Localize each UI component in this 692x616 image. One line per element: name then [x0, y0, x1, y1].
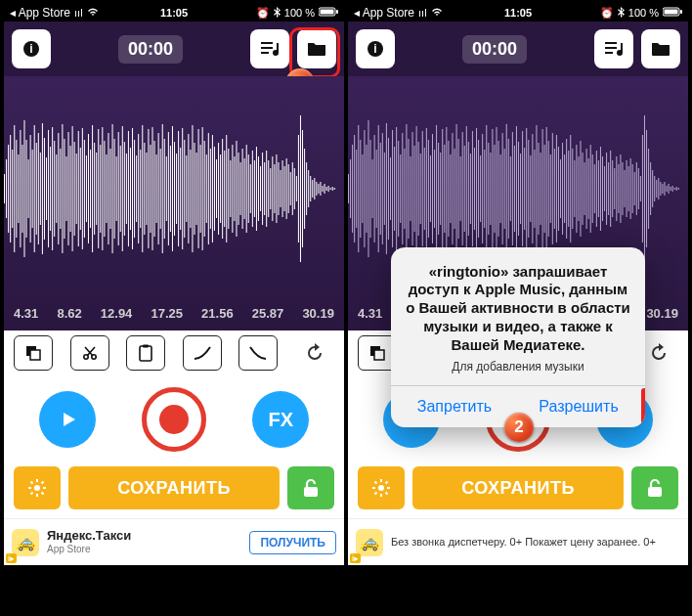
svg-rect-38 — [60, 149, 61, 229]
svg-rect-77 — [138, 134, 139, 243]
svg-rect-76 — [136, 155, 137, 222]
fx-button[interactable]: FX — [252, 391, 309, 448]
svg-rect-31 — [46, 157, 47, 220]
svg-rect-113 — [210, 149, 211, 229]
svg-rect-261 — [482, 134, 483, 243]
svg-rect-190 — [605, 47, 617, 49]
timer-display: 00:00 — [118, 35, 183, 64]
back-to-appstore[interactable]: ◂ App Store — [354, 6, 414, 20]
svg-rect-49 — [82, 128, 83, 249]
svg-rect-263 — [486, 125, 487, 252]
svg-point-366 — [378, 485, 384, 491]
copy-button[interactable] — [14, 335, 53, 371]
info-button[interactable]: i — [12, 29, 51, 68]
svg-rect-318 — [596, 151, 597, 227]
svg-rect-299 — [558, 147, 559, 231]
playlist-button[interactable] — [594, 29, 633, 68]
svg-rect-48 — [80, 148, 81, 230]
svg-rect-66 — [116, 156, 117, 221]
svg-rect-344 — [648, 149, 649, 229]
tick: 4.31 — [358, 306, 382, 321]
svg-rect-172 — [328, 186, 329, 192]
svg-rect-47 — [78, 131, 79, 246]
svg-rect-283 — [526, 128, 527, 249]
svg-rect-148 — [280, 170, 281, 207]
ad-app-icon: 🚕 — [12, 529, 39, 556]
save-button[interactable]: СОХРАНИТЬ — [68, 466, 280, 509]
svg-rect-267 — [494, 145, 495, 233]
adchoices-icon[interactable]: i▸ — [350, 553, 361, 563]
svg-rect-254 — [468, 142, 469, 236]
svg-rect-303 — [566, 139, 567, 239]
ad-banner[interactable]: 🚕 Яндекс.Такси App Store ПОЛУЧИТЬ i▸ — [4, 518, 344, 565]
save-button[interactable]: СОХРАНИТЬ — [412, 466, 624, 509]
svg-rect-119 — [222, 139, 223, 239]
svg-rect-21 — [26, 140, 27, 238]
svg-rect-94 — [172, 126, 173, 251]
svg-rect-1 — [321, 10, 334, 15]
svg-rect-284 — [528, 140, 529, 238]
svg-rect-197 — [354, 135, 355, 242]
record-button[interactable] — [142, 387, 206, 452]
svg-rect-110 — [204, 141, 205, 237]
waveform-area[interactable]: 4.31 8.62 12.94 17.25 21.56 25.87 30.19 — [4, 76, 344, 330]
settings-button[interactable] — [14, 466, 61, 509]
ad-cta-button[interactable]: ПОЛУЧИТЬ — [249, 531, 336, 554]
info-button[interactable]: i — [356, 29, 395, 68]
waveform-canvas[interactable] — [4, 76, 344, 300]
unlock-button[interactable] — [287, 466, 334, 509]
svg-rect-357 — [674, 188, 675, 190]
back-to-appstore[interactable]: ◂ App Store — [10, 6, 70, 20]
svg-rect-274 — [508, 139, 509, 239]
alarm-icon: ⏰ — [600, 7, 614, 20]
svg-rect-327 — [614, 168, 615, 209]
svg-rect-177 — [30, 350, 40, 360]
dialog-allow-button[interactable]: Разрешить — [518, 386, 639, 427]
signal-icon: ııl — [74, 7, 83, 19]
svg-rect-53 — [90, 150, 91, 228]
playlist-button[interactable] — [250, 29, 289, 68]
svg-rect-92 — [168, 132, 169, 245]
svg-rect-167 — [318, 184, 319, 194]
svg-rect-23 — [30, 135, 31, 242]
unlock-button[interactable] — [631, 466, 678, 509]
svg-rect-97 — [178, 131, 179, 246]
svg-rect-316 — [592, 154, 593, 223]
ad-banner[interactable]: 🚕 Без звонка диспетчеру. 0+ Покажет цену… — [348, 518, 688, 565]
svg-rect-287 — [534, 150, 535, 228]
time-ticks: 4.31 8.62 12.94 17.25 21.56 25.87 30.19 — [4, 300, 344, 330]
svg-rect-256 — [472, 131, 473, 246]
settings-button[interactable] — [358, 466, 405, 509]
svg-rect-306 — [572, 149, 573, 229]
svg-rect-343 — [646, 130, 647, 247]
top-toolbar: i 00:00 — [4, 22, 344, 76]
cut-button[interactable] — [70, 335, 109, 371]
svg-rect-186 — [680, 10, 682, 14]
svg-rect-359 — [678, 188, 679, 190]
svg-rect-238 — [436, 125, 437, 252]
svg-rect-152 — [288, 164, 289, 213]
fade-in-button[interactable] — [183, 335, 222, 371]
adchoices-icon[interactable]: i▸ — [6, 553, 17, 563]
svg-rect-290 — [541, 153, 541, 225]
svg-rect-269 — [498, 141, 499, 237]
folder-button[interactable] — [297, 29, 336, 68]
battery-icon — [319, 7, 338, 19]
undo-button[interactable] — [295, 335, 334, 371]
dialog-deny-button[interactable]: Запретить — [391, 386, 518, 427]
svg-rect-174 — [332, 187, 333, 191]
svg-rect-82 — [148, 129, 149, 248]
svg-rect-249 — [458, 139, 459, 239]
svg-rect-341 — [642, 135, 643, 242]
folder-button[interactable] — [641, 29, 680, 68]
waveform-svg — [4, 106, 344, 272]
svg-rect-7 — [261, 52, 269, 54]
svg-rect-25 — [34, 125, 35, 252]
svg-rect-45 — [74, 142, 75, 236]
svg-rect-170 — [324, 184, 325, 194]
paste-button[interactable] — [126, 335, 165, 371]
svg-rect-223 — [406, 124, 407, 253]
svg-rect-193 — [621, 43, 623, 52]
play-button[interactable] — [39, 391, 96, 448]
fade-out-button[interactable] — [238, 335, 278, 371]
